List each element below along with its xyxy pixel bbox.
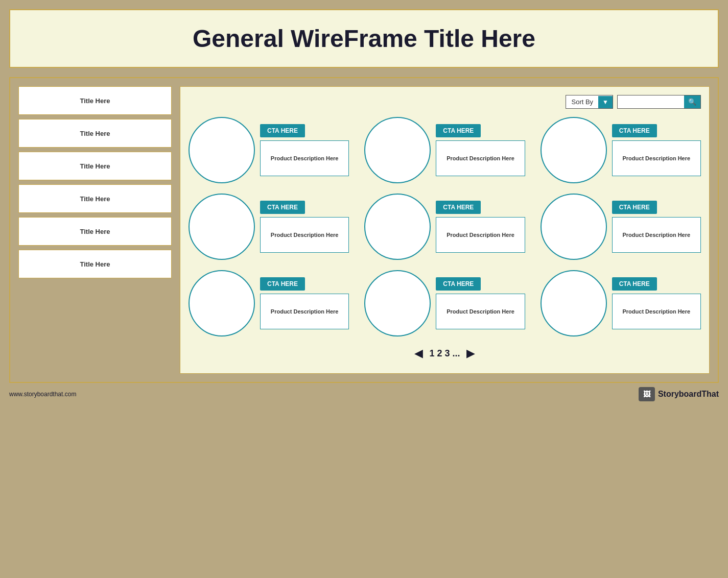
cta-button-2-3[interactable]: CTA HERE (612, 201, 657, 214)
storyboardthat-logo-icon: 🖼 (639, 387, 655, 401)
next-page-button[interactable]: ▶ (466, 347, 475, 360)
page-numbers: 1 2 3 ... (429, 348, 460, 359)
product-card-3-3: CTA HEREProduct Description Here (541, 270, 701, 336)
sort-by-container: Sort By ▼ (566, 95, 613, 109)
product-info-1-2: CTA HEREProduct Description Here (436, 124, 525, 176)
header: General WireFrame Title Here (9, 9, 719, 68)
product-info-3-3: CTA HEREProduct Description Here (612, 277, 701, 329)
product-image-1-2 (364, 117, 431, 183)
product-card-3-2: CTA HEREProduct Description Here (364, 270, 525, 336)
footer-brand: 🖼 StoryboardThat (639, 387, 719, 401)
sidebar-item-label-4: Title Here (80, 195, 110, 203)
product-info-1-1: CTA HEREProduct Description Here (260, 124, 349, 176)
product-info-2-2: CTA HEREProduct Description Here (436, 201, 525, 253)
sidebar-item-5[interactable]: Title Here (18, 217, 172, 246)
page-title: General WireFrame Title Here (20, 25, 708, 53)
product-desc-3-2: Product Description Here (436, 294, 525, 329)
product-grid: CTA HEREProduct Description HereCTA HERE… (189, 117, 701, 336)
product-desc-3-3: Product Description Here (612, 294, 701, 329)
cta-button-2-2[interactable]: CTA HERE (436, 201, 481, 214)
search-input[interactable] (618, 95, 684, 108)
sidebar-item-label-2: Title Here (80, 130, 110, 137)
product-card-2-3: CTA HEREProduct Description Here (541, 194, 701, 260)
cta-button-1-1[interactable]: CTA HERE (260, 124, 305, 137)
product-image-3-3 (541, 270, 607, 336)
product-row-2: CTA HEREProduct Description HereCTA HERE… (189, 194, 701, 260)
product-info-1-3: CTA HEREProduct Description Here (612, 124, 701, 176)
product-image-3-2 (364, 270, 431, 336)
product-desc-1-1: Product Description Here (260, 140, 349, 176)
product-image-2-3 (541, 194, 607, 260)
product-info-3-1: CTA HEREProduct Description Here (260, 277, 349, 329)
sidebar-item-1[interactable]: Title Here (18, 86, 172, 115)
sidebar-item-label-6: Title Here (80, 260, 110, 268)
product-image-3-1 (189, 270, 255, 336)
cta-button-3-3[interactable]: CTA HERE (612, 277, 657, 291)
product-card-1-2: CTA HEREProduct Description Here (364, 117, 525, 183)
product-card-2-1: CTA HEREProduct Description Here (189, 194, 349, 260)
sidebar-item-label-1: Title Here (80, 97, 110, 105)
sidebar-item-2[interactable]: Title Here (18, 119, 172, 148)
product-card-2-2: CTA HEREProduct Description Here (364, 194, 525, 260)
footer-brand-name: StoryboardThat (658, 390, 719, 399)
product-info-2-1: CTA HEREProduct Description Here (260, 201, 349, 253)
product-row-3: CTA HEREProduct Description HereCTA HERE… (189, 270, 701, 336)
sidebar-item-label-5: Title Here (80, 228, 110, 235)
search-container: 🔍 (617, 95, 701, 109)
cta-button-3-2[interactable]: CTA HERE (436, 277, 481, 291)
cta-button-3-1[interactable]: CTA HERE (260, 277, 305, 291)
product-desc-1-2: Product Description Here (436, 140, 525, 176)
footer-url: www.storyboardthat.com (9, 391, 76, 398)
product-desc-2-2: Product Description Here (436, 217, 525, 253)
product-image-1-3 (541, 117, 607, 183)
sort-by-arrow[interactable]: ▼ (598, 96, 613, 108)
sidebar-item-3[interactable]: Title Here (18, 152, 172, 180)
sidebar: Title HereTitle HereTitle HereTitle Here… (18, 86, 172, 374)
product-row-1: CTA HEREProduct Description HereCTA HERE… (189, 117, 701, 183)
sidebar-item-4[interactable]: Title Here (18, 184, 172, 213)
product-info-3-2: CTA HEREProduct Description Here (436, 277, 525, 329)
toolbar: Sort By ▼ 🔍 (189, 95, 701, 109)
cta-button-1-2[interactable]: CTA HERE (436, 124, 481, 137)
cta-button-2-1[interactable]: CTA HERE (260, 201, 305, 214)
product-image-1-1 (189, 117, 255, 183)
content-area: Sort By ▼ 🔍 CTA HEREProduct Description … (180, 86, 710, 374)
product-card-3-1: CTA HEREProduct Description Here (189, 270, 349, 336)
footer: www.storyboardthat.com 🖼 StoryboardThat (9, 383, 719, 401)
prev-page-button[interactable]: ◀ (414, 347, 423, 360)
pagination: ◀ 1 2 3 ... ▶ (189, 336, 701, 365)
cta-button-1-3[interactable]: CTA HERE (612, 124, 657, 137)
sidebar-item-6[interactable]: Title Here (18, 250, 172, 278)
sort-by-label: Sort By (566, 95, 598, 108)
product-desc-2-3: Product Description Here (612, 217, 701, 253)
product-card-1-1: CTA HEREProduct Description Here (189, 117, 349, 183)
main-layout: Title HereTitle HereTitle HereTitle Here… (9, 77, 719, 383)
sidebar-item-label-3: Title Here (80, 162, 110, 170)
product-info-2-3: CTA HEREProduct Description Here (612, 201, 701, 253)
product-desc-3-1: Product Description Here (260, 294, 349, 329)
product-card-1-3: CTA HEREProduct Description Here (541, 117, 701, 183)
product-desc-2-1: Product Description Here (260, 217, 349, 253)
product-desc-1-3: Product Description Here (612, 140, 701, 176)
product-image-2-2 (364, 194, 431, 260)
search-button[interactable]: 🔍 (684, 95, 700, 108)
product-image-2-1 (189, 194, 255, 260)
